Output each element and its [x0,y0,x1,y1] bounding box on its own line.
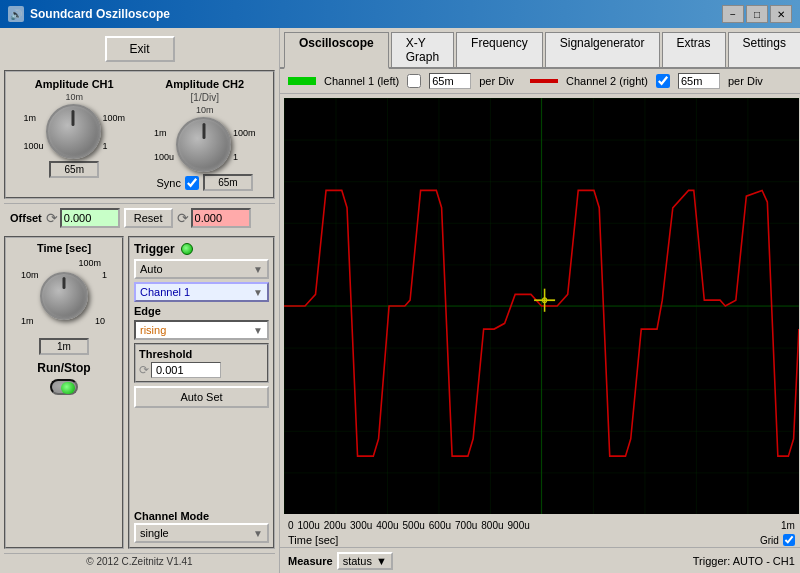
sync-label: Sync [157,177,181,189]
tab-frequency[interactable]: Frequency [456,32,543,67]
run-stop-label: Run/Stop [37,361,90,375]
amplitude-section: Amplitude CH1 10m 1m 100u 100m 1 65m [4,70,275,199]
ch2-label: Channel 2 (right) [566,75,648,87]
time-label-10: 10 [95,316,105,326]
status-bar: Measure status ▼ Trigger: AUTO - CH1 [280,547,800,573]
time-axis-400u: 400u [376,520,398,531]
ch1-label: Channel 1 (left) [324,75,399,87]
time-axis-100u: 100u [298,520,320,531]
edge-dropdown[interactable]: rising ▼ [134,320,269,340]
status-value: status [343,555,372,567]
maximize-button[interactable]: □ [746,5,768,23]
oscilloscope-svg [284,98,799,514]
edge-value: rising [140,324,166,336]
trigger-section: Trigger Auto ▼ Channel 1 ▼ Edge rising ▼ [128,236,275,549]
ch1-label-1: 1 [103,141,126,151]
time-axis-0: 0 [288,520,294,531]
tab-extras[interactable]: Extras [662,32,726,67]
main-container: Exit Amplitude CH1 10m 1m 100u 100m 1 [0,28,800,573]
right-panel: Oscilloscope X-Y Graph Frequency Signalg… [280,28,800,573]
edge-label: Edge [134,305,269,317]
threshold-input[interactable] [151,362,221,378]
time-label-10m: 10m [21,270,39,280]
ch1-value-input[interactable] [429,73,471,89]
app-icon: 🔊 [8,6,24,22]
reset-button[interactable]: Reset [124,208,173,228]
trigger-channel-dropdown[interactable]: Channel 1 ▼ [134,282,269,302]
ch2-knob-max: 10m [196,105,214,115]
amplitude-ch2-knob[interactable] [176,117,231,172]
amp-ch2-label: Amplitude CH2 [165,78,244,90]
ch2-label-1m: 1m [154,128,174,138]
ch1-label-1m: 1m [23,113,43,123]
trigger-auto-label: Auto [140,263,163,275]
threshold-section: Threshold ⟳ [134,343,269,383]
trigger-auto-dropdown[interactable]: Auto ▼ [134,259,269,279]
ch2-value-display: 65m [203,174,253,191]
time-unit-label: Time [sec] [288,534,338,546]
bottom-left: Time [sec] 100m 10m 1 1m 10 1m Run/Stop [4,236,275,549]
close-button[interactable]: ✕ [770,5,792,23]
tab-oscilloscope[interactable]: Oscilloscope [284,32,389,69]
status-arrow: ▼ [376,555,387,567]
time-axis-1m: 1m [781,520,795,531]
ch1-color-indicator [288,77,316,85]
title-bar: 🔊 Soundcard Oszilloscope − □ ✕ [0,0,800,28]
offset-ch2-input[interactable] [191,208,251,228]
ch2-label-1: 1 [233,152,256,162]
tab-settings[interactable]: Settings [728,32,800,67]
time-section-label: Time [sec] [37,242,91,254]
amp-ch1-label: Amplitude CH1 [35,78,114,90]
offset-ch2-icon: ⟳ [177,210,189,226]
time-axis-900u: 900u [508,520,530,531]
exit-button[interactable]: Exit [105,36,175,62]
ch2-label-100m: 100m [233,128,256,138]
channel-bar: Channel 1 (left) per Div Channel 2 (righ… [280,69,800,94]
ch2-label-100u: 100u [154,152,174,162]
trigger-channel-label: Channel 1 [140,286,190,298]
offset-section: Offset ⟳ Reset ⟳ [4,203,275,232]
time-label-100m: 100m [78,258,101,268]
edge-arrow: ▼ [253,325,263,336]
trigger-header: Trigger [134,242,269,256]
run-stop-led[interactable] [50,379,78,395]
channel-mode-dropdown[interactable]: single ▼ [134,523,269,543]
time-axis-500u: 500u [403,520,425,531]
time-axis-bar: 0 100u 200u 300u 400u 500u 600u 700u 800… [280,518,800,533]
autoset-button[interactable]: Auto Set [134,386,269,408]
threshold-icon: ⟳ [139,363,149,377]
offset-ch1-input[interactable] [60,208,120,228]
threshold-label: Threshold [139,348,264,360]
run-stop-section: Run/Stop [33,357,94,399]
ch1-checkbox[interactable] [407,74,421,88]
sync-checkbox[interactable] [185,176,199,190]
time-axis-300u: 300u [350,520,372,531]
tab-signal-generator[interactable]: Signalgenerator [545,32,660,67]
ch1-value-display: 65m [49,161,99,178]
grid-checkbox[interactable] [783,534,795,546]
time-knob[interactable] [40,272,88,320]
tab-xy-graph[interactable]: X-Y Graph [391,32,454,67]
time-label-1: 1 [102,270,107,280]
channel-mode-label: Channel Mode [134,510,209,522]
sync-row: Sync [157,176,199,190]
ch1-knob-min: 10m [65,92,83,102]
time-axis-200u: 200u [324,520,346,531]
trigger-led [181,243,193,255]
amplitude-ch1-knob[interactable] [46,104,101,159]
div-label: [1/Div] [191,92,219,103]
amplitude-ch2: Amplitude CH2 [1/Div] 10m 1m 100u 100m 1 [143,78,268,191]
measure-label: Measure [288,555,333,567]
time-axis-700u: 700u [455,520,477,531]
ch2-checkbox[interactable] [656,74,670,88]
minimize-button[interactable]: − [722,5,744,23]
time-value-display: 1m [39,338,89,355]
channel-mode-value: single [140,527,169,539]
ch2-value-input[interactable] [678,73,720,89]
status-dropdown[interactable]: status ▼ [337,552,393,570]
window-controls: − □ ✕ [722,5,792,23]
offset-label: Offset [10,212,42,224]
trigger-channel-arrow: ▼ [253,287,263,298]
ch2-per-div: per Div [728,75,763,87]
ch1-per-div: per Div [479,75,514,87]
